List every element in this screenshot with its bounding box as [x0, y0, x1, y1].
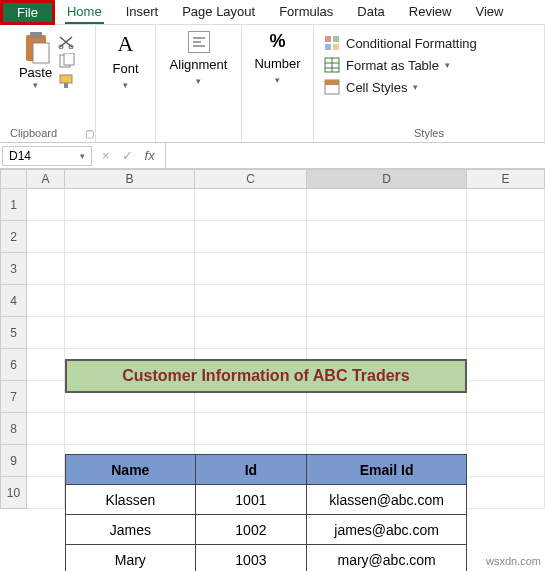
- select-all-corner[interactable]: [0, 169, 27, 189]
- cell[interactable]: [467, 445, 545, 477]
- cell-styles-label: Cell Styles: [346, 80, 407, 95]
- cell[interactable]: [65, 285, 195, 317]
- col-header-d[interactable]: D: [307, 169, 467, 189]
- cell[interactable]: [467, 413, 545, 445]
- cell[interactable]: [65, 221, 195, 253]
- cell[interactable]: [307, 221, 467, 253]
- row-header[interactable]: 9: [0, 445, 27, 477]
- name-box-value: D14: [9, 149, 31, 163]
- cell[interactable]: [307, 253, 467, 285]
- cell[interactable]: [27, 253, 65, 285]
- cell[interactable]: [195, 285, 307, 317]
- tab-insert[interactable]: Insert: [114, 0, 171, 24]
- cell[interactable]: [27, 349, 65, 381]
- group-font[interactable]: A Font ▾: [96, 25, 156, 142]
- cell[interactable]: [27, 477, 65, 509]
- cell[interactable]: [307, 189, 467, 221]
- cell[interactable]: [467, 221, 545, 253]
- format-as-table-button[interactable]: Format as Table ▾: [324, 57, 450, 73]
- alignment-icon: [188, 31, 210, 53]
- chevron-down-icon[interactable]: ▾: [80, 151, 85, 161]
- cell[interactable]: [195, 317, 307, 349]
- fx-icon[interactable]: fx: [145, 148, 155, 163]
- cell[interactable]: [27, 381, 65, 413]
- cell[interactable]: [65, 413, 195, 445]
- group-number[interactable]: % Number ▾: [242, 25, 314, 142]
- row-header[interactable]: 10: [0, 477, 27, 509]
- tab-data[interactable]: Data: [345, 0, 396, 24]
- row-header[interactable]: 5: [0, 317, 27, 349]
- row-header[interactable]: 6: [0, 349, 27, 381]
- tab-review[interactable]: Review: [397, 0, 464, 24]
- cell[interactable]: [27, 285, 65, 317]
- cell[interactable]: [467, 317, 545, 349]
- col-header-c[interactable]: C: [195, 169, 307, 189]
- tab-page-layout[interactable]: Page Layout: [170, 0, 267, 24]
- cell[interactable]: [65, 189, 195, 221]
- col-header-b[interactable]: B: [65, 169, 195, 189]
- conditional-formatting-label: Conditional Formatting: [346, 36, 477, 51]
- number-label: Number: [254, 56, 300, 71]
- tab-view[interactable]: View: [463, 0, 515, 24]
- cell[interactable]: [65, 253, 195, 285]
- cell-email: james@abc.com: [307, 515, 467, 545]
- cell[interactable]: [195, 189, 307, 221]
- col-header-a[interactable]: A: [27, 169, 65, 189]
- th-name: Name: [66, 455, 196, 485]
- copy-icon[interactable]: [58, 53, 76, 69]
- cell-email: klassen@abc.com: [307, 485, 467, 515]
- tab-home[interactable]: Home: [55, 0, 114, 24]
- col-header-e[interactable]: E: [467, 169, 545, 189]
- cell[interactable]: [467, 381, 545, 413]
- cell[interactable]: [307, 413, 467, 445]
- cell[interactable]: [467, 285, 545, 317]
- cell-styles-icon: [324, 79, 340, 95]
- cell[interactable]: [27, 221, 65, 253]
- cut-icon[interactable]: [58, 35, 76, 49]
- tab-formulas[interactable]: Formulas: [267, 0, 345, 24]
- dialog-launcher-icon[interactable]: ▢: [85, 128, 94, 139]
- cell[interactable]: [195, 413, 307, 445]
- row-header[interactable]: 8: [0, 413, 27, 445]
- spreadsheet-grid[interactable]: A B C D E 1 2 3 4 5 6 7 8 9 10 Cust: [0, 169, 545, 509]
- enter-icon[interactable]: ✓: [122, 148, 133, 163]
- cell[interactable]: [27, 189, 65, 221]
- cell[interactable]: [467, 349, 545, 381]
- cell[interactable]: [27, 317, 65, 349]
- th-email: Email Id: [307, 455, 467, 485]
- tab-file[interactable]: File: [0, 0, 55, 25]
- cell[interactable]: [307, 317, 467, 349]
- group-styles: Conditional Formatting Format as Table ▾…: [314, 25, 545, 142]
- cell[interactable]: [467, 253, 545, 285]
- cell-id: 1001: [195, 485, 307, 515]
- name-box[interactable]: D14 ▾: [2, 146, 92, 166]
- conditional-formatting-button[interactable]: Conditional Formatting: [324, 35, 477, 51]
- format-painter-icon[interactable]: [58, 73, 76, 89]
- paste-button[interactable]: Paste ▾: [19, 31, 52, 90]
- cell[interactable]: [467, 477, 545, 509]
- chevron-down-icon: ▾: [445, 60, 450, 70]
- cell-id: 1003: [195, 545, 307, 572]
- cell[interactable]: [65, 317, 195, 349]
- row-header[interactable]: 7: [0, 381, 27, 413]
- row-header[interactable]: 3: [0, 253, 27, 285]
- cell[interactable]: [195, 221, 307, 253]
- row-header[interactable]: 2: [0, 221, 27, 253]
- row-header[interactable]: 4: [0, 285, 27, 317]
- cell-styles-button[interactable]: Cell Styles ▾: [324, 79, 418, 95]
- svg-rect-7: [60, 75, 72, 83]
- group-alignment[interactable]: Alignment ▾: [156, 25, 242, 142]
- formula-input[interactable]: [165, 143, 545, 168]
- cancel-icon[interactable]: ×: [102, 148, 110, 163]
- cell[interactable]: [307, 285, 467, 317]
- cell[interactable]: [27, 413, 65, 445]
- cell[interactable]: [195, 253, 307, 285]
- clipboard-paste-icon: [21, 31, 51, 65]
- row-header[interactable]: 1: [0, 189, 27, 221]
- cell[interactable]: [467, 189, 545, 221]
- cell[interactable]: [27, 445, 65, 477]
- table-icon: [324, 57, 340, 73]
- chevron-down-icon[interactable]: ▾: [33, 80, 38, 90]
- cell-name: Klassen: [66, 485, 196, 515]
- percent-icon: %: [269, 31, 285, 52]
